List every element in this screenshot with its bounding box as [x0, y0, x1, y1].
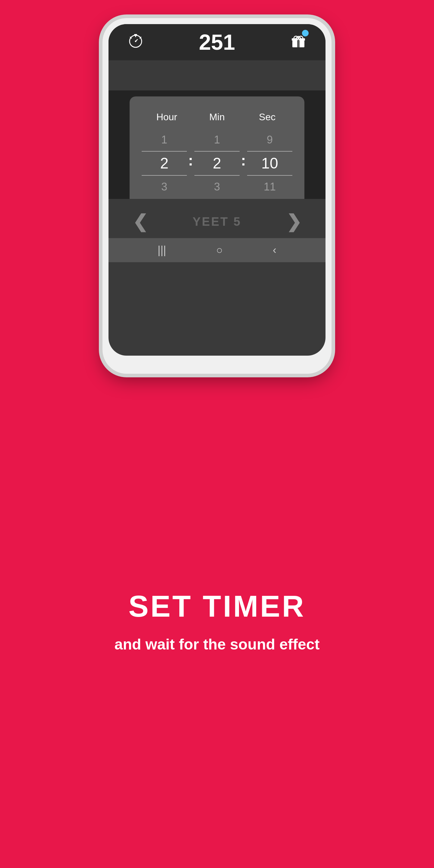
hour-below: 3	[161, 176, 167, 198]
sec-selected-wrapper: 10	[247, 151, 292, 176]
sec-picker[interactable]: 9 10 11	[247, 129, 292, 198]
promo-section: SET TIMER and wait for the sound effect	[0, 374, 434, 868]
min-selected-wrapper: 2	[194, 151, 240, 176]
promo-title: SET TIMER	[128, 589, 305, 624]
bottom-nav-area: ❮ YEET 5 ❯	[108, 199, 326, 238]
sec-selected: 10	[261, 155, 278, 172]
sec-above: 9	[267, 129, 273, 151]
system-nav: ||| ○ ‹	[108, 238, 326, 262]
sys-back-button[interactable]: ‹	[273, 244, 276, 256]
notification-dot	[302, 30, 309, 36]
picker-headers: Hour Min Sec	[142, 112, 292, 123]
min-selected: 2	[213, 155, 221, 172]
bg-content: LY Hour Min Sec	[108, 60, 326, 199]
sys-menu-button[interactable]: |||	[158, 244, 166, 256]
nav-label: YEET 5	[193, 215, 241, 228]
promo-subtitle: and wait for the sound effect	[115, 636, 320, 653]
time-picker: Hour Min Sec 1 2	[142, 112, 292, 198]
separator-1: :	[187, 152, 194, 169]
hour-label: Hour	[143, 112, 191, 123]
sec-below: 11	[264, 176, 276, 198]
picker-columns: 1 2 3 : 1	[142, 129, 292, 198]
sec-label: Sec	[243, 112, 291, 123]
app-header: 251	[108, 24, 326, 60]
svg-point-4	[135, 41, 136, 42]
stopwatch-icon	[127, 31, 145, 53]
hour-selected-wrapper: 2	[142, 151, 187, 176]
hour-above: 1	[161, 129, 167, 151]
phone-shell: 251 LY	[102, 18, 332, 374]
hour-selected: 2	[160, 155, 168, 172]
min-label: Min	[193, 112, 241, 123]
min-picker[interactable]: 1 2 3	[194, 129, 240, 198]
next-arrow[interactable]: ❯	[286, 211, 301, 232]
sys-home-button[interactable]: ○	[216, 244, 223, 256]
separator-2: :	[240, 152, 247, 169]
modal-overlay: Hour Min Sec 1 2	[108, 90, 326, 199]
gift-icon-wrapper[interactable]	[289, 31, 307, 53]
phone-screen: 251 LY	[108, 24, 326, 355]
timer-modal: Hour Min Sec 1 2	[130, 96, 304, 199]
min-below: 3	[214, 176, 220, 198]
prev-arrow[interactable]: ❮	[133, 211, 148, 232]
min-above: 1	[214, 129, 220, 151]
header-count: 251	[199, 30, 235, 55]
hour-picker[interactable]: 1 2 3	[142, 129, 187, 198]
